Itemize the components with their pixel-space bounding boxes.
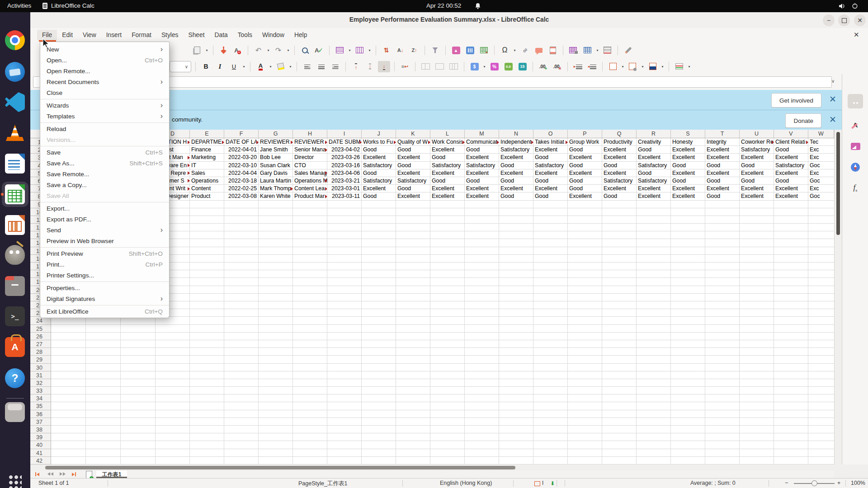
row-header-32[interactable]: 32 [30, 380, 48, 386]
cell-U2[interactable]: Satisfactory [740, 146, 774, 154]
align-right-icon[interactable] [329, 61, 341, 72]
cell-J7[interactable]: Excellent [362, 185, 396, 192]
cell-G1[interactable]: REVIEWER [259, 138, 293, 146]
functions-icon[interactable]: fx [848, 181, 863, 195]
cell-L3[interactable]: Good [430, 154, 465, 161]
row-header-41[interactable]: 41 [30, 450, 48, 456]
wrap-text-icon[interactable]: ≡↩ [399, 61, 411, 72]
settings-icon[interactable] [5, 402, 25, 422]
cell-J2[interactable]: Good [362, 146, 396, 154]
clock[interactable]: Apr 22 00:52 [426, 2, 461, 9]
cell-T5[interactable]: Excellent [705, 169, 740, 177]
cell-I3[interactable]: 2023-03-26 [327, 154, 362, 161]
cell-N2[interactable]: Satisfactory [499, 146, 533, 154]
cell-L7[interactable]: Excellent [430, 185, 465, 192]
menu-item-print[interactable]: Print...Ctrl+P [40, 259, 169, 270]
add-sheet-icon[interactable] [86, 471, 92, 479]
cell-V5[interactable]: Excellent [774, 169, 808, 177]
menu-item-save-as[interactable]: Save As...Shift+Ctrl+S [40, 158, 169, 169]
cell-P5[interactable]: Excellent [568, 169, 602, 177]
pivot-table-icon[interactable]: ▸ [478, 45, 490, 56]
get-involved-button[interactable]: Get involved [771, 93, 821, 108]
menubar-item-edit[interactable]: Edit [57, 30, 78, 40]
next-sheet-icon[interactable] [60, 472, 66, 476]
format-percent-icon[interactable]: % [488, 61, 500, 72]
cell-Q2[interactable]: Excellent [602, 146, 637, 154]
sort-descending-icon[interactable]: Z↑ [408, 45, 420, 56]
libreoffice-writer-icon[interactable] [5, 154, 25, 174]
navigator-icon[interactable] [848, 160, 863, 174]
sidebar-settings-icon[interactable] [848, 94, 863, 108]
zoom-in-button[interactable]: + [837, 480, 840, 486]
column-header-M[interactable]: M [465, 130, 499, 138]
cell-G2[interactable]: Jane Smith [259, 146, 293, 154]
cell-R8[interactable]: Excellent [637, 192, 671, 200]
menu-item-open-remote[interactable]: Open Remote... [40, 66, 169, 76]
menu-item-preview-in-web-browser[interactable]: Preview in Web Browser [40, 235, 169, 246]
menu-item-save-remote[interactable]: Save Remote... [40, 169, 169, 179]
align-bottom-icon[interactable]: ↓ [378, 61, 390, 72]
zoom-slider-knob[interactable] [811, 480, 817, 486]
menu-item-wizards[interactable]: Wizards› [40, 100, 169, 111]
cell-M8[interactable]: Excellent [465, 192, 499, 200]
document-modified-icon[interactable]: ⬇ [550, 480, 555, 487]
headers-footers-icon[interactable] [547, 45, 559, 56]
font-color-icon[interactable]: A [255, 61, 267, 72]
cell-R6[interactable]: Satisfactory [637, 177, 671, 185]
row-header-24[interactable]: 24 [30, 318, 48, 324]
cell-R3[interactable]: Excellent [637, 154, 671, 161]
cell-F4[interactable]: 2022-03-10 [224, 162, 259, 169]
cell-V3[interactable]: Excellent [774, 154, 808, 161]
highlight-color-icon[interactable] [274, 61, 287, 72]
first-sheet-icon[interactable] [35, 472, 39, 476]
cell-V8[interactable]: Excellent [774, 192, 808, 200]
cell-S5[interactable]: Excellent [671, 169, 705, 177]
cell-W8[interactable]: Goc [808, 192, 834, 200]
cell-O3[interactable]: Good [533, 154, 568, 161]
menubar-item-window[interactable]: Window [257, 30, 289, 40]
cell-P1[interactable]: Group Work [568, 138, 602, 146]
row-header-28[interactable]: 28 [30, 349, 48, 355]
row-header-39[interactable]: 39 [30, 434, 48, 441]
italic-icon[interactable]: I [214, 61, 226, 72]
column-header-L[interactable]: L [430, 130, 465, 138]
menu-item-printer-settings[interactable]: Printer Settings... [40, 270, 169, 281]
merge-cells-icon[interactable] [434, 61, 446, 72]
notification-bell-icon[interactable] [475, 3, 481, 11]
column-header-E[interactable]: E [190, 130, 224, 138]
row-header-27[interactable]: 27 [30, 341, 48, 347]
cell-N4[interactable]: Good [499, 162, 533, 169]
cell-Q7[interactable]: Excellent [602, 185, 637, 192]
cell-V4[interactable]: Satisfactory [774, 162, 808, 169]
print-area-icon[interactable] [567, 45, 580, 56]
paste-dropdown-icon[interactable]: ▾ [205, 48, 209, 52]
cell-S3[interactable]: Excellent [671, 154, 705, 161]
cell-I1[interactable]: DATE SUBM [327, 138, 362, 146]
cell-H4[interactable]: CTO [293, 162, 327, 169]
cell-P7[interactable]: Good [568, 185, 602, 192]
undo-icon[interactable]: ↶ [252, 45, 264, 56]
cell-Q8[interactable]: Good [602, 192, 637, 200]
cell-F3[interactable]: 2022-03-20 [224, 154, 259, 161]
cell-G4[interactable]: Susan Clark [259, 162, 293, 169]
zoom-out-button[interactable]: − [785, 480, 788, 486]
cell-E6[interactable]: Operations [190, 177, 224, 185]
styles-icon[interactable]: A [848, 117, 863, 132]
cell-R4[interactable]: Satisfactory [637, 162, 671, 169]
highlight-color-dropdown-icon[interactable]: ▾ [288, 65, 292, 69]
cell-J3[interactable]: Excellent [362, 154, 396, 161]
column-header-F[interactable]: F [224, 130, 259, 138]
column-header-O[interactable]: O [533, 130, 568, 138]
format-currency-icon[interactable]: $ [468, 61, 481, 72]
cell-O6[interactable]: Good [533, 177, 568, 185]
column-header-S[interactable]: S [671, 130, 705, 138]
cell-E7[interactable]: Content [190, 185, 224, 192]
cell-P8[interactable]: Excellent [568, 192, 602, 200]
cell-K1[interactable]: Quality of W [396, 138, 430, 146]
cell-R5[interactable]: Good [637, 169, 671, 177]
cell-M4[interactable]: Satisfactory [465, 162, 499, 169]
cell-E3[interactable]: Marketing [190, 154, 224, 161]
files-icon[interactable] [5, 276, 25, 296]
menubar-item-format[interactable]: Format [127, 30, 156, 40]
menu-item-templates[interactable]: Templates› [40, 111, 169, 122]
